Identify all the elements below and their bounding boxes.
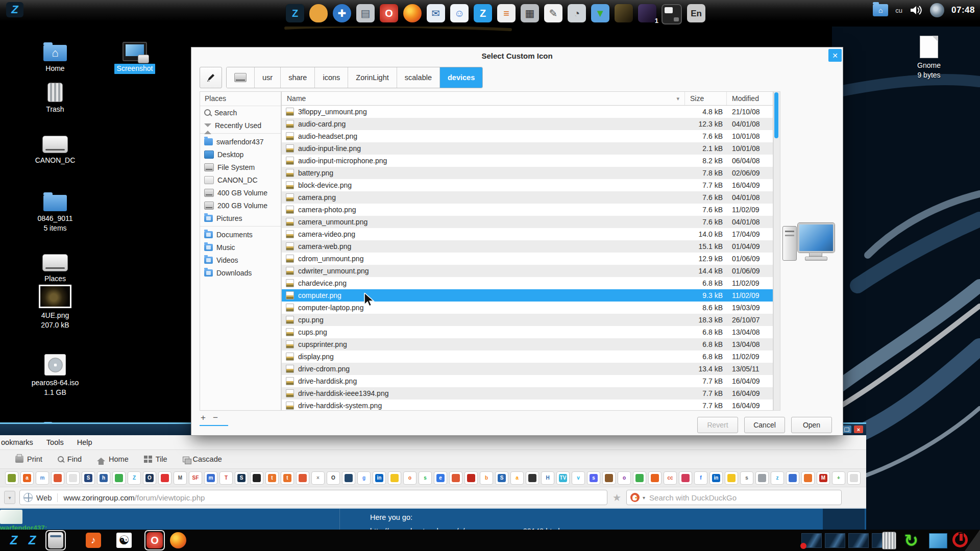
desktop-icon-canon-dc[interactable]: CANON_DC (24, 131, 86, 166)
bookmark-icon[interactable] (342, 471, 355, 485)
desktop-icon-4ue-png[interactable]: 4UE.png207.0 kB (24, 286, 86, 329)
file-row[interactable]: camera-video.png14.0 kB17/04/09 (282, 228, 773, 240)
search-input[interactable]: ▾ Search with DuckDuckGo (626, 490, 842, 505)
workspace-switcher-icon[interactable] (662, 4, 682, 24)
desktop-icon-home[interactable]: Home (24, 39, 86, 74)
close-window-icon[interactable]: × (854, 425, 863, 433)
bookmark-icon[interactable]: e (434, 471, 447, 485)
bookmark-icon[interactable] (801, 471, 815, 485)
bookmark-icon[interactable] (66, 471, 80, 485)
place-item-swarfendor437[interactable]: swarfendor437 (200, 135, 281, 148)
close-icon[interactable]: ✕ (828, 49, 842, 62)
libreoffice-icon[interactable]: ≡ (497, 4, 516, 22)
path-button-ZorinLight[interactable]: ZorinLight (348, 67, 397, 88)
file-row[interactable]: cups.png6.8 kB13/04/08 (282, 326, 773, 338)
zorin-launcher-icon[interactable]: Z (286, 4, 304, 22)
text-editor-icon[interactable]: ✎ (544, 4, 562, 22)
toolbar-cascade-button[interactable]: Cascade (183, 455, 222, 463)
bookmark-icon[interactable] (449, 471, 462, 485)
desktop-icon-places[interactable]: Places (24, 249, 86, 284)
bookmark-icon[interactable]: in (373, 471, 386, 485)
taskbar-zorin-icon[interactable]: Z (23, 532, 41, 549)
bookmark-icon[interactable]: S (495, 471, 508, 485)
place-item-canon-dc[interactable]: CANON_DC (200, 173, 281, 186)
taskbar-music-icon[interactable]: ♪ (85, 532, 102, 549)
calculator-icon[interactable]: ▦ (521, 4, 539, 22)
file-row[interactable]: audio-headset.png7.6 kB10/01/08 (282, 130, 773, 142)
trash-icon[interactable] (882, 532, 896, 549)
file-row[interactable]: 3floppy_unmount.png4.8 kB21/10/08 (282, 106, 773, 118)
bookmark-icon[interactable]: z (771, 471, 784, 485)
image-thumbnail-1-icon[interactable] (615, 4, 633, 22)
bookmark-icon[interactable] (755, 471, 769, 485)
window-thumbnail[interactable] (825, 533, 845, 548)
bookmark-icon[interactable]: v (572, 471, 585, 485)
toolbar-tile-button[interactable]: Tile (144, 455, 167, 463)
path-button-scalable[interactable]: scalable (397, 67, 440, 88)
type-location-button[interactable] (200, 67, 222, 88)
place-item-videos[interactable]: Videos (200, 254, 281, 266)
messenger-icon[interactable]: ☺ (450, 4, 469, 22)
taskbar-yinyang-icon[interactable]: ☯ (115, 532, 133, 549)
file-row[interactable]: audio-card.png12.3 kB04/01/08 (282, 118, 773, 130)
home-folder-tray-icon[interactable]: ⌂ (873, 4, 888, 16)
bookmark-icon[interactable]: M (817, 471, 830, 485)
bookmark-icon[interactable]: O (327, 471, 340, 485)
camera-tray-icon[interactable] (930, 3, 944, 17)
file-row[interactable]: camera-web.png15.1 kB01/04/09 (282, 240, 773, 253)
place-item-music[interactable]: Music (200, 241, 281, 254)
path-button-share[interactable]: share (281, 67, 315, 88)
logout-refresh-icon[interactable]: ↻ (902, 532, 920, 549)
bookmark-icon[interactable]: s (740, 471, 753, 485)
file-row[interactable]: cdwriter_unmount.png14.4 kB01/06/09 (282, 265, 773, 277)
maximize-icon[interactable] (842, 425, 851, 433)
bookmark-icon[interactable]: t (281, 471, 294, 485)
place-item-documents[interactable]: Documents (200, 228, 281, 241)
file-row[interactable]: drive-harddisk-system.png7.7 kB16/04/09 (282, 399, 773, 410)
bookmark-icon[interactable] (633, 471, 646, 485)
bookmark-icon[interactable]: f (694, 471, 707, 485)
place-item-pictures[interactable]: Pictures (200, 212, 281, 224)
taskbar-zorin-icon[interactable]: Z (5, 532, 22, 549)
bookmark-icon[interactable]: a (510, 471, 524, 485)
menu-help[interactable]: Help (77, 438, 92, 446)
file-row[interactable]: drive-cdrom.png13.4 kB13/05/11 (282, 363, 773, 375)
window-thumbnail[interactable] (848, 533, 869, 548)
url-bar[interactable]: Web www.zoringroup.com/forum/viewtopic.p… (19, 490, 607, 505)
place-item-search[interactable]: Search (200, 106, 281, 119)
add-place-button[interactable]: + (201, 413, 206, 423)
accessibility-icon[interactable]: ✚ (333, 4, 351, 22)
column-size[interactable]: Size (685, 92, 727, 105)
bookmark-icon[interactable]: O (143, 471, 156, 485)
file-row[interactable]: cupsprinter.png6.8 kB13/04/08 (282, 338, 773, 350)
duckduckgo-icon[interactable] (630, 493, 640, 502)
desktop-icon-gnome[interactable]: Gnome9 bytes (898, 36, 960, 79)
gnome-foot-icon[interactable] (309, 4, 328, 22)
window-thumbnail[interactable] (801, 533, 822, 548)
file-row[interactable]: display.png6.8 kB11/02/09 (282, 350, 773, 363)
place-item-desktop[interactable]: Desktop (200, 148, 281, 161)
bookmark-icon[interactable]: TV (556, 471, 570, 485)
path-button-icons[interactable]: icons (315, 67, 348, 88)
file-manager-icon[interactable]: ▤ (356, 4, 375, 22)
place-item-400-gb-volume[interactable]: 400 GB Volume (200, 186, 281, 199)
bookmark-icon[interactable] (648, 471, 662, 485)
column-modified[interactable]: Modified (727, 92, 773, 105)
bookmark-icon[interactable]: h (97, 471, 110, 485)
file-row[interactable]: chardevice.png6.8 kB11/02/09 (282, 277, 773, 289)
file-row[interactable]: computer.png9.3 kB11/02/09 (282, 289, 773, 302)
desktop-icon-pearos8-64-iso[interactable]: pearos8-64.iso1.1 GB (24, 353, 86, 396)
bookmark-icon[interactable] (296, 471, 309, 485)
bookmark-icon[interactable] (158, 471, 172, 485)
clock-search-icon[interactable]: ◔ (568, 4, 586, 22)
bookmark-icon[interactable]: cc (664, 471, 677, 485)
menu-ookmarks[interactable]: ookmarks (1, 438, 33, 446)
scrollbar-thumb[interactable] (774, 92, 778, 138)
remove-place-button[interactable]: − (213, 413, 218, 423)
bookmark-icon[interactable] (679, 471, 692, 485)
bookmark-icon[interactable]: SF (189, 471, 202, 485)
column-name[interactable]: Name ▾ (282, 92, 685, 105)
opera-icon[interactable]: O (380, 4, 398, 22)
bookmark-icon[interactable] (5, 471, 18, 485)
bookmark-icon[interactable]: a (20, 471, 34, 485)
